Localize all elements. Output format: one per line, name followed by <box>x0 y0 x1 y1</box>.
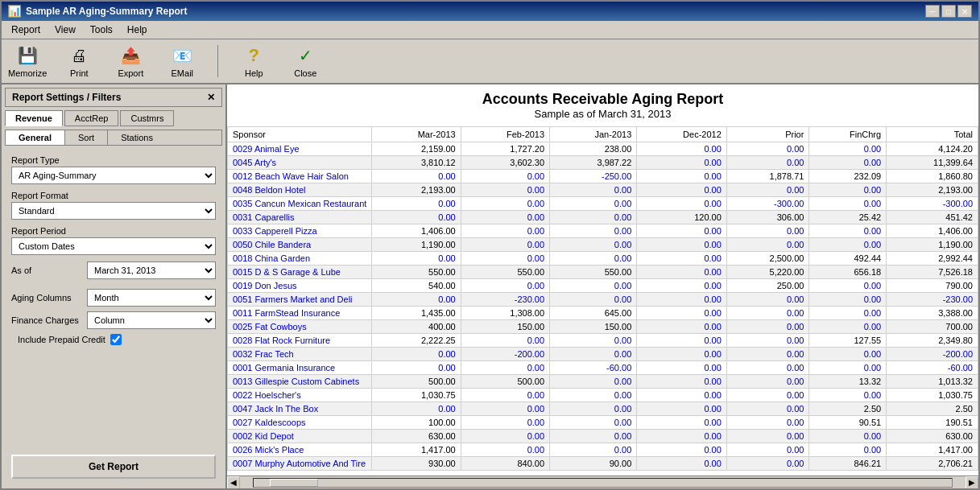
tab-revenue[interactable]: Revenue <box>5 110 63 126</box>
value-cell: 0.00 <box>637 197 727 211</box>
finance-charges-select[interactable]: Column <box>87 311 216 329</box>
subtab-general[interactable]: General <box>6 130 65 145</box>
minimize-button[interactable]: ─ <box>925 5 940 18</box>
include-prepaid-label: Include Prepaid Credit <box>18 335 105 344</box>
subtab-stations[interactable]: Stations <box>108 130 166 145</box>
sponsor-cell[interactable]: 0035 Cancun Mexican Restaurant <box>228 197 372 211</box>
sponsor-cell[interactable]: 0011 FarmStead Insurance <box>228 307 372 320</box>
report-format-select[interactable]: Standard <box>11 202 216 220</box>
scroll-thumb[interactable] <box>270 479 318 487</box>
menu-help[interactable]: Help <box>121 23 154 37</box>
sponsor-cell[interactable]: 0013 Gillespie Custom Cabinets <box>228 375 372 389</box>
email-button[interactable]: 📧 EMail <box>163 44 201 78</box>
sponsor-cell[interactable]: 0047 Jack In The Box <box>228 402 372 416</box>
value-cell: 150.00 <box>461 320 549 334</box>
sponsor-cell[interactable]: 0028 Flat Rock Furniture <box>228 334 372 348</box>
table-row: 0015 D & S Garage & Lube550.00550.00550.… <box>228 266 978 279</box>
scroll-right-button[interactable]: ▶ <box>966 476 978 489</box>
value-cell: 2,349.80 <box>887 334 978 348</box>
value-cell: 0.00 <box>550 197 637 211</box>
subtab-sort[interactable]: Sort <box>65 130 108 145</box>
aging-columns-select[interactable]: Month <box>87 289 216 307</box>
value-cell: 1,190.00 <box>372 238 461 252</box>
sponsor-cell[interactable]: 0012 Beach Wave Hair Salon <box>228 170 372 183</box>
sponsor-cell[interactable]: 0045 Arty's <box>228 156 372 170</box>
value-cell: 840.00 <box>461 457 549 471</box>
memorize-button[interactable]: 💾 Memorize <box>8 44 47 78</box>
scroll-left-button[interactable]: ◀ <box>227 476 240 489</box>
value-cell: 3,987.22 <box>550 156 637 170</box>
scroll-track[interactable] <box>253 478 953 488</box>
value-cell: 0.00 <box>637 293 727 307</box>
value-cell: 2,222.25 <box>372 334 461 348</box>
value-cell: -200.00 <box>461 348 549 361</box>
tab-bar: Revenue AcctRep Custmrs <box>5 110 222 126</box>
title-bar-left: 📊 Sample AR Aging-Summary Report <box>8 5 187 18</box>
sponsor-cell[interactable]: 0018 China Garden <box>228 252 372 266</box>
sponsor-cell[interactable]: 0029 Animal Eye <box>228 142 372 156</box>
sponsor-cell[interactable]: 0025 Fat Cowboys <box>228 320 372 334</box>
sponsor-cell[interactable]: 0050 Chile Bandera <box>228 238 372 252</box>
panel-close-button[interactable]: ✕ <box>207 92 215 103</box>
value-cell: 0.00 <box>372 348 461 361</box>
sponsor-cell[interactable]: 0026 Mick's Place <box>228 443 372 457</box>
get-report-button[interactable]: Get Report <box>11 455 216 479</box>
sponsor-cell[interactable]: 0019 Don Jesus <box>228 279 372 293</box>
report-type-select[interactable]: AR Aging-Summary <box>11 167 216 184</box>
value-cell: 0.00 <box>461 279 549 293</box>
table-row: 0048 Beldon Hotel2,193.000.000.000.000.0… <box>228 183 978 197</box>
value-cell: 13.32 <box>809 375 887 389</box>
tab-acctrep[interactable]: AcctRep <box>64 110 119 126</box>
value-cell: 0.00 <box>809 183 887 197</box>
menu-view[interactable]: View <box>48 23 82 37</box>
export-button[interactable]: 📤 Export <box>111 44 150 78</box>
sponsor-cell[interactable]: 0002 Kid Depot <box>228 430 372 443</box>
panel-title: Report Settings / Filters <box>12 92 121 103</box>
close-window-button[interactable]: ✕ <box>957 5 972 18</box>
value-cell: 0.00 <box>726 430 809 443</box>
sponsor-cell[interactable]: 0031 Caparellis <box>228 211 372 224</box>
value-cell: 0.00 <box>637 457 727 471</box>
menu-tools[interactable]: Tools <box>84 23 119 37</box>
col-jan: Jan-2013 <box>550 127 637 142</box>
report-table-container[interactable]: Sponsor Mar-2013 Feb-2013 Jan-2013 Dec-2… <box>227 126 978 476</box>
sponsor-cell[interactable]: 0032 Frac Tech <box>228 348 372 361</box>
sponsor-cell[interactable]: 0022 Hoelscher's <box>228 389 372 402</box>
report-title-area: Accounts Receivable Aging Report Sample … <box>227 84 978 126</box>
sponsor-cell[interactable]: 0027 Kaldescoops <box>228 416 372 430</box>
value-cell: 5,220.00 <box>726 266 809 279</box>
help-button[interactable]: ? Help <box>234 44 273 78</box>
sponsor-cell[interactable]: 0001 Germania Insurance <box>228 361 372 375</box>
value-cell: 0.00 <box>637 443 727 457</box>
value-cell: 0.00 <box>461 361 549 375</box>
value-cell: 0.00 <box>637 142 727 156</box>
value-cell: 0.00 <box>726 156 809 170</box>
tab-custmrs[interactable]: Custmrs <box>120 110 174 126</box>
report-format-label: Report Format <box>11 191 216 200</box>
title-bar-controls[interactable]: ─ □ ✕ <box>925 5 972 18</box>
aging-columns-label: Aging Columns <box>11 293 84 303</box>
close-button[interactable]: ✓ Close <box>286 44 325 78</box>
value-cell: 0.00 <box>461 183 549 197</box>
value-cell: 0.00 <box>550 389 637 402</box>
value-cell: 0.00 <box>637 320 727 334</box>
table-row: 0002 Kid Depot630.000.000.000.000.000.00… <box>228 430 978 443</box>
value-cell: 0.00 <box>550 375 637 389</box>
menu-report[interactable]: Report <box>5 23 47 37</box>
as-of-select[interactable]: March 31, 2013 <box>87 261 216 279</box>
sponsor-cell[interactable]: 0007 Murphy Automotive And Tire <box>228 457 372 471</box>
report-period-select[interactable]: Custom Dates <box>11 237 216 255</box>
print-button[interactable]: 🖨 Print <box>60 44 98 78</box>
maximize-button[interactable]: □ <box>941 5 956 18</box>
value-cell: 700.00 <box>887 320 978 334</box>
value-cell: 120.00 <box>637 211 727 224</box>
horizontal-scrollbar[interactable]: ◀ ▶ <box>227 476 978 488</box>
sponsor-cell[interactable]: 0033 Capperell Pizza <box>228 224 372 238</box>
include-prepaid-checkbox[interactable] <box>110 334 122 345</box>
value-cell: 0.00 <box>550 279 637 293</box>
sponsor-cell[interactable]: 0051 Farmers Market and Deli <box>228 293 372 307</box>
value-cell: 0.00 <box>637 156 727 170</box>
value-cell: 90.00 <box>550 457 637 471</box>
sponsor-cell[interactable]: 0015 D & S Garage & Lube <box>228 266 372 279</box>
sponsor-cell[interactable]: 0048 Beldon Hotel <box>228 183 372 197</box>
